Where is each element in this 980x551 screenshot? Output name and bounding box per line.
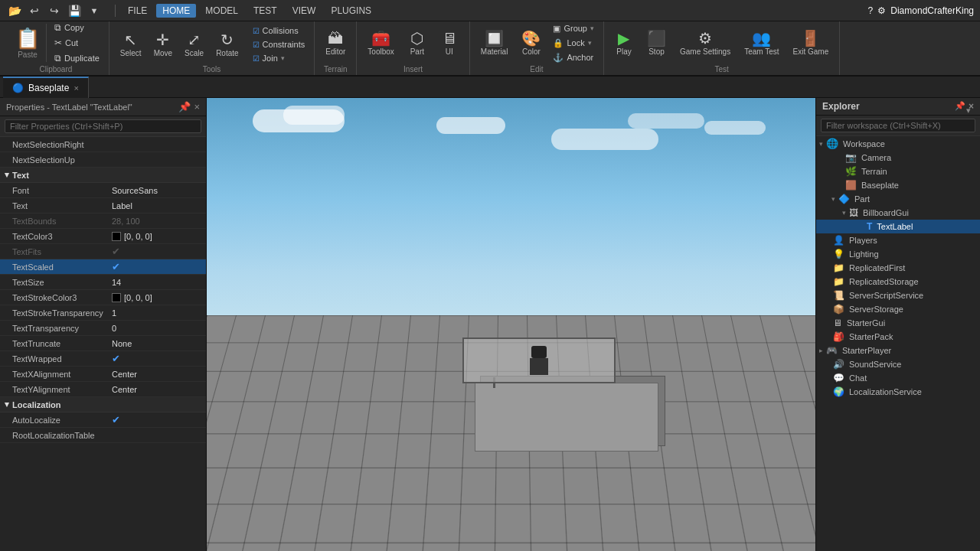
play-button[interactable]: ▶ Play (610, 28, 638, 59)
tree-camera[interactable]: 📷 Camera (816, 151, 980, 165)
prop-val-textfits[interactable]: ✔ (112, 246, 200, 257)
tree-replicatedfirst[interactable]: 📁 ReplicatedFirst (816, 261, 980, 275)
lock-button[interactable]: 🔒 Lock ▾ (550, 37, 597, 50)
move-button[interactable]: ✛ Move (149, 29, 177, 60)
tree-part[interactable]: ▾ 🔷 Part (816, 192, 980, 206)
prop-row-textyalignment: TextYAlignment Center (0, 382, 206, 397)
prop-val-textxalignment[interactable]: Center (112, 370, 200, 379)
tree-localizationservice[interactable]: 🌍 LocalizationService (816, 385, 980, 399)
menu-model[interactable]: MODEL (199, 4, 244, 18)
paste-icon[interactable]: 📋 (15, 27, 40, 51)
collisions-button[interactable]: ☑ Collisions (250, 24, 309, 37)
tab-baseplate[interactable]: 🔵 Baseplate × (3, 77, 89, 98)
menu-file[interactable]: FILE (122, 4, 153, 18)
tree-serverscriptservice[interactable]: 📜 ServerScriptService (816, 289, 980, 302)
prop-val-textwrapped[interactable]: ✔ (112, 353, 200, 364)
tree-baseplate[interactable]: 🟫 Baseplate (816, 178, 980, 192)
lighting-icon: 💡 (833, 249, 844, 259)
properties-close-icon[interactable]: × (194, 101, 200, 112)
group-button[interactable]: ▣ Group ▾ (550, 22, 597, 35)
replicatedstorage-icon: 📁 (833, 276, 844, 287)
group-icon: ▣ (553, 24, 560, 34)
prop-val-texttruncate[interactable]: None (112, 339, 200, 348)
prop-val-text[interactable]: Label (112, 201, 200, 210)
prop-val-textcolor3[interactable]: [0, 0, 0] (112, 232, 200, 241)
prop-val-textstroketransparency[interactable]: 1 (112, 308, 200, 318)
menu-view[interactable]: VIEW (286, 4, 322, 18)
explorer-pin-icon[interactable]: 📌 (955, 101, 965, 112)
editor-button[interactable]: 🏔 Editor (321, 28, 350, 59)
tree-terrain[interactable]: 🌿 Terrain (816, 165, 980, 178)
duplicate-button[interactable]: ⧉Duplicate (51, 51, 103, 65)
toolbox-button[interactable]: 🧰 Toolbox (363, 28, 398, 59)
explorer-header-icons: 📌 × (955, 101, 974, 112)
cut-button[interactable]: ✂Cut (51, 36, 103, 50)
prop-val-textstrokecolor3[interactable]: [0, 0, 0] (112, 293, 200, 302)
viewport[interactable] (207, 98, 815, 551)
constraints-button[interactable]: ☑ Constraints (250, 38, 309, 51)
exitgame-button[interactable]: 🚪 Exit Game (789, 28, 834, 59)
prop-val-textsize[interactable]: 14 (112, 278, 200, 287)
ui-icon: 🖥 (442, 31, 457, 46)
anchor-button[interactable]: ⚓ Anchor (550, 51, 597, 64)
play-icon: ▶ (618, 31, 629, 46)
tree-replicatedstorage[interactable]: 📁 ReplicatedStorage (816, 275, 980, 289)
tree-startergui[interactable]: 🖥 StarterGui (816, 316, 980, 330)
menu-home[interactable]: HOME (156, 4, 196, 18)
menu-test[interactable]: TEST (247, 4, 283, 18)
properties-filter-input[interactable] (5, 119, 201, 133)
tab-baseplate-close[interactable]: × (74, 83, 78, 93)
tree-chat[interactable]: 💬 Chat (816, 371, 980, 385)
prop-val-autolocalize[interactable]: ✔ (112, 414, 200, 425)
redo-icon[interactable]: ↪ (46, 2, 63, 19)
tree-starterplayer[interactable]: ▸ 🎮 StarterPlayer (816, 344, 980, 357)
save-icon[interactable]: 💾 (66, 2, 83, 19)
tree-textlabel[interactable]: T TextLabel (816, 220, 980, 233)
copy-button[interactable]: ⧉Copy (51, 21, 103, 34)
stop-button[interactable]: ⬛ Stop (642, 28, 671, 59)
properties-pin-icon[interactable]: 📌 (178, 101, 191, 112)
gamesettings-button[interactable]: ⚙ Game Settings (675, 28, 735, 59)
settings-icon[interactable]: ⚙ (877, 5, 886, 16)
cut-icon: ✂ (54, 37, 62, 48)
tree-billboardgui[interactable]: ▾ 🖼 BillboardGui (816, 206, 980, 220)
publish-icon[interactable]: ▼ (86, 2, 103, 19)
prop-val-textbounds[interactable]: 28, 100 (112, 217, 200, 226)
help-icon[interactable]: ? (868, 5, 874, 16)
scale-button[interactable]: ⤢ Scale (180, 29, 208, 60)
terrain-label: Terrain (315, 65, 356, 73)
anchor-icon: ⚓ (553, 53, 564, 63)
tree-soundservice[interactable]: 🔊 SoundService (816, 357, 980, 371)
open-file-icon[interactable]: 📂 (6, 2, 23, 19)
text-section-header[interactable]: ▾ Text (0, 168, 206, 183)
color-button[interactable]: 🎨 Color (517, 28, 545, 59)
join-button[interactable]: ☑ Join ▾ (250, 52, 309, 64)
prop-val-texttransparency[interactable]: 0 (112, 324, 200, 333)
prop-name-textstrokecolor3: TextStrokeColor3 (12, 293, 112, 302)
tree-workspace[interactable]: ▾ 🌐 Workspace (816, 136, 980, 151)
prop-row-texttruncate: TextTruncate None (0, 336, 206, 351)
teamtest-button[interactable]: 👥 Team Test (740, 28, 783, 59)
select-button[interactable]: ↖ Select (116, 29, 146, 60)
localization-section-header[interactable]: ▾ Localization (0, 397, 206, 412)
prop-name-textxalignment: TextXAlignment (12, 370, 112, 379)
prop-row-textstroketransparency: TextStrokeTransparency 1 (0, 305, 206, 321)
tree-players[interactable]: 👤 Players (816, 233, 980, 247)
material-button[interactable]: 🔲 Material (476, 28, 513, 59)
prop-row-textscaled[interactable]: TextScaled ✔ (0, 259, 206, 275)
rotate-button[interactable]: ↻ Rotate (211, 29, 243, 60)
filter-dropdown-icon[interactable]: ▾ (966, 106, 971, 116)
editor-icon: 🏔 (328, 31, 343, 46)
prop-val-font[interactable]: SourceSans (112, 186, 200, 195)
tree-serverstorage[interactable]: 📦 ServerStorage (816, 302, 980, 316)
paste-area: 📋 Paste (9, 24, 47, 62)
prop-val-textyalignment[interactable]: Center (112, 385, 200, 394)
tree-lighting[interactable]: 💡 Lighting (816, 247, 980, 261)
part-button[interactable]: ⬡ Part (403, 28, 431, 59)
tree-starterpack[interactable]: 🎒 StarterPack (816, 330, 980, 344)
starterplayer-expand-icon: ▸ (819, 347, 823, 354)
menu-plugins[interactable]: PLUGINS (325, 4, 377, 18)
explorer-filter-input[interactable] (821, 119, 975, 132)
ui-button[interactable]: 🖥 UI (436, 28, 463, 59)
undo-icon[interactable]: ↩ (26, 2, 43, 19)
